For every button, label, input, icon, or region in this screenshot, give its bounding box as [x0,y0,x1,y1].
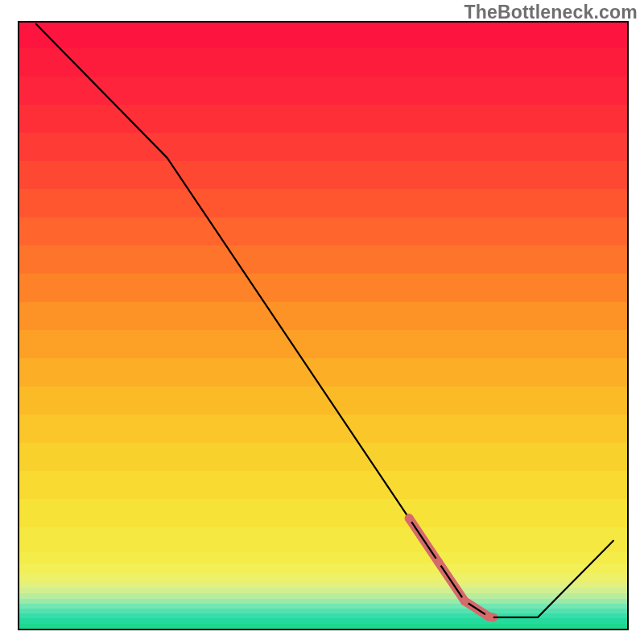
svg-rect-25 [19,599,628,605]
svg-rect-2 [19,76,628,105]
svg-point-35 [485,613,493,621]
svg-rect-22 [19,581,628,588]
svg-rect-5 [19,161,628,190]
svg-rect-23 [19,588,628,594]
svg-point-32 [405,514,414,522]
svg-rect-1 [19,48,628,77]
svg-rect-8 [19,246,628,275]
svg-rect-27 [19,609,628,614]
svg-rect-26 [19,604,628,609]
svg-rect-4 [19,133,628,162]
svg-rect-24 [19,593,628,600]
svg-rect-14 [19,415,628,444]
svg-point-34 [460,597,469,605]
svg-rect-3 [19,105,628,134]
svg-rect-17 [19,499,628,528]
svg-rect-20 [19,564,628,574]
chart-stage: TheBottleneck.com [0,0,644,644]
bottleneck-chart [0,0,644,644]
svg-point-33 [434,558,443,567]
svg-rect-11 [19,330,628,359]
svg-rect-7 [19,217,628,246]
svg-rect-10 [19,302,628,331]
svg-rect-29 [19,618,628,625]
svg-rect-21 [19,573,628,582]
svg-rect-6 [19,189,628,218]
svg-rect-12 [19,358,628,387]
svg-rect-19 [19,551,628,564]
svg-rect-0 [19,22,628,49]
svg-rect-16 [19,471,628,500]
svg-rect-9 [19,274,628,303]
watermark-text: TheBottleneck.com [464,2,638,23]
chart-background-gradient [19,22,628,630]
svg-rect-15 [19,443,628,472]
svg-rect-18 [19,527,628,552]
